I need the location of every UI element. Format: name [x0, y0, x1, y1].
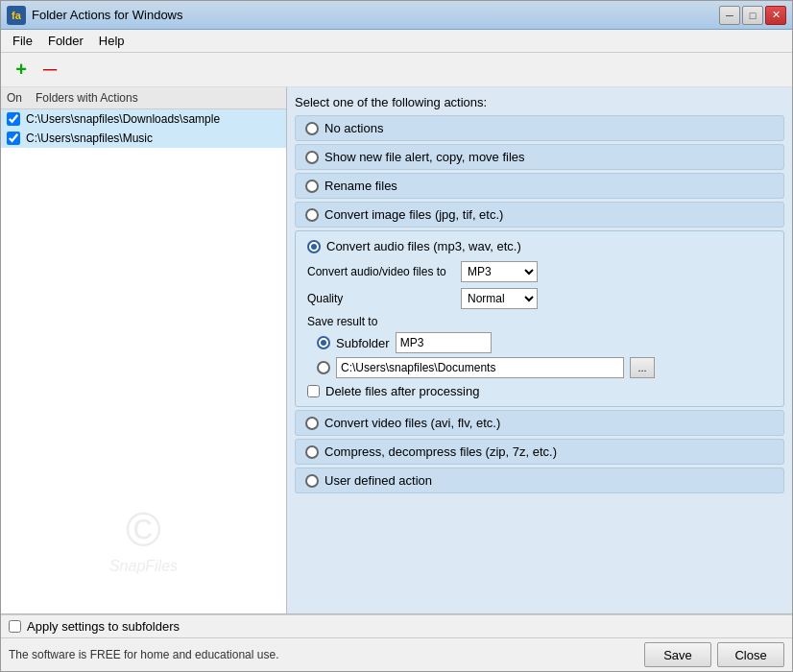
window-controls: ─ □ ✕ — [719, 6, 786, 25]
save-result-section: Save result to Subfolder ... — [307, 315, 772, 378]
right-panel: Select one of the following actions: No … — [287, 87, 792, 613]
action-convert-video[interactable]: Convert video files (avi, flv, etc.) — [295, 410, 784, 436]
convert-to-row: Convert audio/video files to MP3 WAV OGG… — [307, 261, 772, 282]
action-label-no-actions: No actions — [324, 121, 383, 135]
left-panel-header: On Folders with Actions — [1, 87, 286, 109]
close-button[interactable]: ✕ — [765, 6, 786, 25]
radio-user-defined — [305, 474, 319, 488]
header-folders: Folders with Actions — [36, 91, 138, 105]
quality-select[interactable]: Low Normal High Very High — [461, 288, 538, 309]
custom-path-input[interactable] — [336, 357, 624, 378]
folder-path-1: C:\Users\snapfiles\Downloads\sample — [26, 112, 220, 126]
folder-checkbox-2[interactable] — [7, 132, 20, 145]
action-no-actions[interactable]: No actions — [295, 115, 784, 141]
quality-label: Quality — [307, 292, 461, 305]
window-title: Folder Actions for Windows — [32, 8, 183, 22]
folder-path-2: C:\Users\snapfiles\Music — [26, 132, 153, 145]
subfolder-label: Subfolder — [336, 336, 390, 350]
save-result-label: Save result to — [307, 315, 772, 328]
radio-convert-video — [305, 417, 319, 430]
custom-path-row: ... — [307, 357, 772, 378]
status-text: The software is FREE for home and educat… — [9, 648, 278, 661]
action-convert-audio-expanded: Convert audio files (mp3, wav, etc.) Con… — [295, 230, 784, 407]
menu-bar: File Folder Help — [1, 30, 792, 53]
header-on: On — [7, 91, 36, 105]
subfolder-input[interactable] — [396, 332, 492, 353]
quality-row: Quality Low Normal High Very High — [307, 288, 772, 309]
radio-convert-audio — [307, 240, 321, 253]
delete-label: Delete files after processing — [325, 384, 479, 398]
delete-checkbox[interactable] — [307, 385, 320, 397]
apply-row: Apply settings to subfolders — [1, 614, 792, 637]
action-convert-image[interactable]: Convert image files (jpg, tif, etc.) — [295, 202, 784, 228]
title-bar: fa Folder Actions for Windows ─ □ ✕ — [1, 1, 792, 30]
convert-to-label: Convert audio/video files to — [307, 265, 461, 278]
radio-rename-files — [305, 180, 319, 193]
bottom-area: Apply settings to subfolders The softwar… — [1, 613, 792, 671]
save-button[interactable]: Save — [644, 642, 711, 667]
toolbar: + ─ — [1, 53, 792, 87]
folder-checkbox-1[interactable] — [7, 112, 20, 126]
apply-label: Apply settings to subfolders — [27, 619, 180, 634]
title-bar-left: fa Folder Actions for Windows — [7, 6, 183, 25]
radio-no-actions — [305, 122, 319, 135]
section-title: Select one of the following actions: — [295, 95, 784, 109]
action-label-compress: Compress, decompress files (zip, 7z, etc… — [324, 444, 557, 459]
add-folder-button[interactable]: + — [9, 58, 34, 83]
action-rename-files[interactable]: Rename files — [295, 173, 784, 199]
subfolder-row: Subfolder — [307, 332, 772, 353]
minimize-button[interactable]: ─ — [719, 6, 740, 25]
convert-to-select[interactable]: MP3 WAV OGG AAC WMA FLAC — [461, 261, 538, 282]
folder-item[interactable]: C:\Users\snapfiles\Downloads\sample — [1, 109, 286, 129]
browse-button[interactable]: ... — [630, 357, 655, 378]
radio-convert-image — [305, 208, 319, 222]
action-user-defined[interactable]: User defined action — [295, 468, 784, 493]
folder-item[interactable]: C:\Users\snapfiles\Music — [1, 129, 286, 148]
folder-list: C:\Users\snapfiles\Downloads\sample C:\U… — [1, 109, 286, 613]
action-buttons: Save Close — [644, 642, 784, 667]
left-panel: On Folders with Actions C:\Users\snapfil… — [1, 87, 287, 613]
radio-subfolder[interactable] — [317, 336, 330, 349]
maximize-button[interactable]: □ — [742, 6, 763, 25]
action-label-rename-files: Rename files — [324, 179, 397, 193]
action-show-alert[interactable]: Show new file alert, copy, move files — [295, 144, 784, 170]
menu-file[interactable]: File — [5, 32, 40, 50]
main-content: On Folders with Actions C:\Users\snapfil… — [1, 87, 792, 613]
app-icon: fa — [7, 6, 26, 25]
action-label-convert-image: Convert image files (jpg, tif, etc.) — [324, 207, 503, 222]
delete-row: Delete files after processing — [307, 384, 772, 398]
status-bar: The software is FREE for home and educat… — [1, 637, 792, 671]
menu-folder[interactable]: Folder — [40, 32, 91, 50]
action-label-show-alert: Show new file alert, copy, move files — [324, 150, 525, 164]
radio-compress — [305, 445, 319, 459]
close-button-bottom[interactable]: Close — [717, 642, 784, 667]
action-compress[interactable]: Compress, decompress files (zip, 7z, etc… — [295, 439, 784, 465]
remove-folder-button[interactable]: ─ — [37, 58, 62, 83]
apply-subfolders-checkbox[interactable] — [9, 620, 21, 633]
main-window: fa Folder Actions for Windows ─ □ ✕ File… — [0, 0, 793, 672]
radio-custom-path[interactable] — [317, 361, 330, 374]
action-label-convert-audio: Convert audio files (mp3, wav, etc.) — [326, 239, 521, 253]
convert-audio-header[interactable]: Convert audio files (mp3, wav, etc.) — [307, 239, 772, 253]
menu-help[interactable]: Help — [91, 32, 132, 50]
radio-show-alert — [305, 151, 319, 164]
action-label-user-defined: User defined action — [324, 473, 432, 488]
action-label-convert-video: Convert video files (avi, flv, etc.) — [324, 416, 500, 430]
